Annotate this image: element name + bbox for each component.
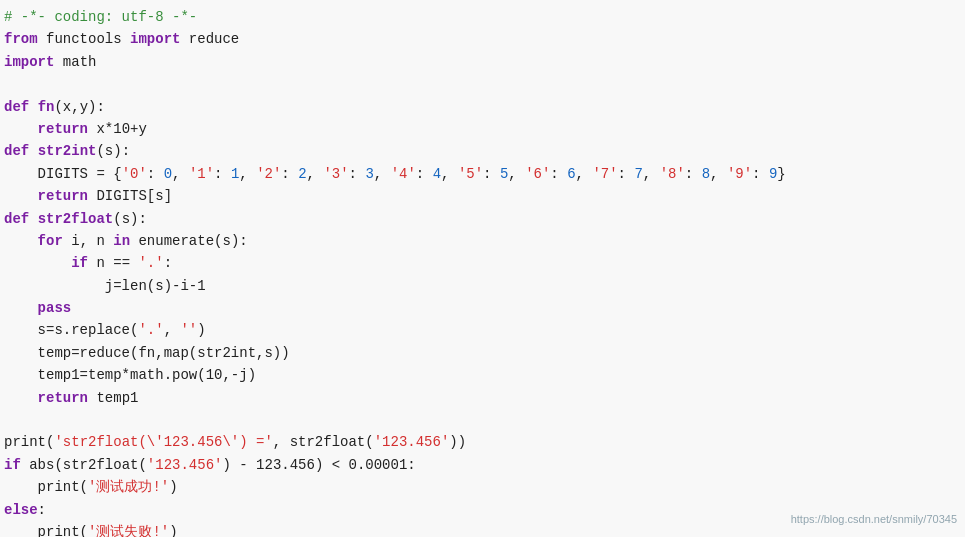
code-line-17: temp1=temp*math.pow(10,-j) [4, 364, 961, 386]
code-line-4 [4, 73, 961, 95]
code-line-14: pass [4, 297, 961, 319]
code-line-5: def fn(x,y): [4, 96, 961, 118]
code-line-11: for i, n in enumerate(s): [4, 230, 961, 252]
code-line-20: print('str2float(\'123.456\') =', str2fl… [4, 431, 961, 453]
code-line-7: def str2int(s): [4, 140, 961, 162]
code-line-19 [4, 409, 961, 431]
code-container: # -*- coding: utf-8 -*- from functools i… [0, 0, 965, 537]
code-line-21: if abs(str2float('123.456') - 123.456) <… [4, 454, 961, 476]
watermark: https://blog.csdn.net/snmily/70345 [791, 511, 957, 529]
code-line-15: s=s.replace('.', '') [4, 319, 961, 341]
code-line-9: return DIGITS[s] [4, 185, 961, 207]
code-line-1: # -*- coding: utf-8 -*- [4, 6, 961, 28]
code-line-18: return temp1 [4, 387, 961, 409]
code-line-3: import math [4, 51, 961, 73]
code-line-22: print('测试成功!') [4, 476, 961, 498]
code-line-2: from functools import reduce [4, 28, 961, 50]
code-line-6: return x*10+y [4, 118, 961, 140]
code-line-8: DIGITS = {'0': 0, '1': 1, '2': 2, '3': 3… [4, 163, 961, 185]
code-line-12: if n == '.': [4, 252, 961, 274]
code-line-16: temp=reduce(fn,map(str2int,s)) [4, 342, 961, 364]
code-line-10: def str2float(s): [4, 208, 961, 230]
code-line-13: j=len(s)-i-1 [4, 275, 961, 297]
